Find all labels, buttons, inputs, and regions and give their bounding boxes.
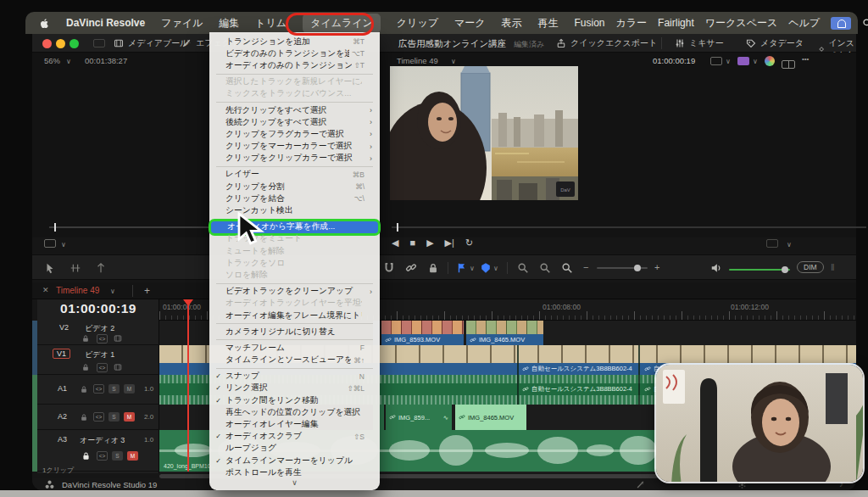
menu-item[interactable]: クリップをクリップカラーで選択 ›: [209, 153, 380, 165]
zoom-detail-icon[interactable]: [539, 262, 551, 274]
trim-mode-icon[interactable]: [70, 262, 81, 274]
track-enable-icon[interactable]: [114, 363, 122, 371]
menu-item[interactable]: ループジョグ: [209, 443, 380, 455]
menu-item[interactable]: タイムラインとソースビューアをスワップ ⌘↑: [209, 355, 380, 366]
resize-viewer-icon[interactable]: [766, 239, 778, 248]
lock-icon[interactable]: [427, 262, 439, 274]
zoom-out-button[interactable]: −: [583, 262, 588, 272]
track-lock-icon[interactable]: [80, 385, 88, 394]
stop-button[interactable]: ■: [409, 237, 415, 248]
media-pool-button[interactable]: メディアプール: [114, 37, 188, 49]
menu-item[interactable]: ミュートを解除: [209, 245, 380, 257]
menu-item[interactable]: オーディオトラックレイヤーを平坦化: [209, 298, 380, 310]
playhead-line[interactable]: [187, 299, 189, 472]
menu-item[interactable]: ソロを解除: [209, 269, 380, 281]
menubar-item-trim[interactable]: トリム: [255, 16, 287, 31]
menu-item[interactable]: ✓ トラック間をリンク移動: [209, 394, 380, 406]
menu-item[interactable]: オーディオレイヤー編集: [209, 418, 380, 430]
screen-share-icon[interactable]: [831, 17, 851, 30]
menu-item[interactable]: クリップをフラグカラーで選択 ›: [209, 128, 380, 140]
timeline-viewer-playhead[interactable]: [397, 223, 398, 232]
audio-clip[interactable]: IMG_859... ∿: [386, 405, 452, 430]
timeline-tab[interactable]: Timeline 49: [56, 286, 99, 295]
clip-color-icon[interactable]: [737, 57, 749, 65]
crossfade-icon[interactable]: ∿: [443, 414, 448, 422]
chevron-down-icon[interactable]: ∨: [787, 241, 792, 248]
menubar-item-fusion[interactable]: Fusion: [575, 17, 605, 29]
menubar-item-timeline[interactable]: タイムライン: [303, 14, 381, 33]
link-icon[interactable]: [405, 262, 417, 274]
source-scrubber[interactable]: [49, 226, 210, 228]
dual-viewer-icon[interactable]: [782, 60, 795, 69]
timeline-timecode[interactable]: 01:00:00:19: [41, 301, 156, 318]
zoom-full-icon[interactable]: [517, 262, 529, 274]
timeline-viewer-timecode[interactable]: 01:00:00:19: [653, 56, 695, 65]
menu-item[interactable]: トラックをソロ: [209, 257, 380, 269]
menu-item[interactable]: シーンカット検出: [209, 204, 380, 216]
menu-item[interactable]: ✓ リンク選択 ⇧⌘L: [209, 383, 380, 394]
gamut-icon[interactable]: [710, 57, 722, 65]
menu-item[interactable]: ✓ スナップ N: [209, 371, 380, 383]
auto-select-icon[interactable]: <>: [97, 334, 108, 343]
chevron-down-icon[interactable]: ∨: [61, 241, 66, 248]
menubar-item-workspace[interactable]: ワークスペース: [705, 16, 777, 31]
menubar-item-edit[interactable]: 編集: [219, 16, 239, 31]
marker-icon[interactable]: [480, 262, 492, 274]
chevron-down-icon[interactable]: ∨: [753, 58, 758, 65]
menu-item[interactable]: トランジションを追加 ⌘T: [209, 36, 380, 47]
video-clip[interactable]: IMG_8465.MOV: [466, 321, 543, 345]
menubar-item-color[interactable]: カラー: [616, 16, 648, 31]
track-enable-icon[interactable]: [114, 334, 122, 343]
window-minimize-button[interactable]: [56, 39, 65, 48]
mute-button[interactable]: M: [124, 384, 135, 394]
solo-button[interactable]: S: [108, 384, 120, 394]
track-lock-icon[interactable]: [80, 413, 88, 422]
pen-icon[interactable]: [636, 480, 645, 489]
source-playhead[interactable]: [54, 223, 56, 232]
menubar-app-name[interactable]: DaVinci Resolve: [66, 17, 145, 29]
add-timeline-button[interactable]: +: [144, 285, 150, 297]
loop-button[interactable]: ↻: [465, 237, 473, 248]
quick-export-button[interactable]: クイックエクスポート: [556, 37, 657, 49]
menu-item[interactable]: 再生ヘッドの位置のクリップを選択: [209, 406, 380, 418]
video-clip[interactable]: IMG_8593.MOV: [381, 321, 464, 345]
menu-scroll-more-chevron[interactable]: ∨: [209, 478, 380, 489]
zoom-slider-handle[interactable]: [634, 265, 641, 271]
track-header-a2[interactable]: A2 <> S M 2.0: [37, 405, 159, 430]
track-header-v1[interactable]: V1 ビデオ 1 <>: [37, 345, 159, 375]
audio-clip-selected[interactable]: IMG_8465.MOV: [455, 405, 526, 430]
prev-frame-button[interactable]: ◀: [392, 237, 398, 248]
flag-icon[interactable]: [456, 262, 468, 274]
track-header-a1[interactable]: A1 <> S M 1.0: [37, 375, 159, 405]
menu-item[interactable]: ビデオトラックをクリーンアップ ›: [209, 286, 380, 298]
window-close-button[interactable]: [42, 39, 52, 48]
viewer-options-icon[interactable]: •••: [802, 55, 809, 63]
menubar-item-playback[interactable]: 再生: [538, 16, 559, 31]
zoom-custom-icon[interactable]: [561, 262, 573, 274]
menu-item[interactable]: カメラオリジナルに切り替え: [209, 326, 380, 338]
menu-item[interactable]: クリップをマーカーカラーで選択 ›: [209, 141, 380, 153]
menubar-item-fairlight[interactable]: Fairlight: [658, 17, 694, 29]
menubar-item-view[interactable]: 表示: [502, 16, 522, 31]
close-icon[interactable]: ✕: [42, 286, 49, 294]
menu-item[interactable]: 先行クリップをすべて選択 ›: [209, 104, 380, 116]
timeline-viewer-scrubber[interactable]: [392, 226, 866, 228]
auto-select-icon[interactable]: <>: [93, 384, 104, 394]
dim-button[interactable]: DIM: [797, 261, 824, 273]
mixer-button[interactable]: ミキサー: [675, 37, 724, 49]
menubar-item-clip[interactable]: クリップ: [397, 16, 438, 31]
timeline-viewer-name[interactable]: Timeline 49: [397, 56, 438, 65]
menubar-item-help[interactable]: ヘルプ: [788, 16, 820, 31]
menu-item[interactable]: ビデオのみのトランジションを追加 ⌥T: [209, 47, 380, 59]
menu-item[interactable]: オーディオ編集をフレーム境界にトリム: [209, 310, 380, 321]
menubar-item-mark[interactable]: マーク: [454, 16, 486, 31]
chevron-down-icon[interactable]: ∨: [470, 265, 475, 272]
fullscreen-viewer-icon[interactable]: [93, 39, 105, 47]
volume-slider-handle[interactable]: [782, 266, 788, 273]
timeline-zoom-slider[interactable]: [597, 267, 648, 269]
mute-button-active[interactable]: M: [124, 412, 135, 422]
next-frame-button[interactable]: ▶|: [445, 237, 454, 248]
solo-button[interactable]: S: [108, 412, 120, 422]
zoom-in-button[interactable]: +: [654, 262, 659, 272]
track-locked-icon[interactable]: [81, 451, 91, 461]
